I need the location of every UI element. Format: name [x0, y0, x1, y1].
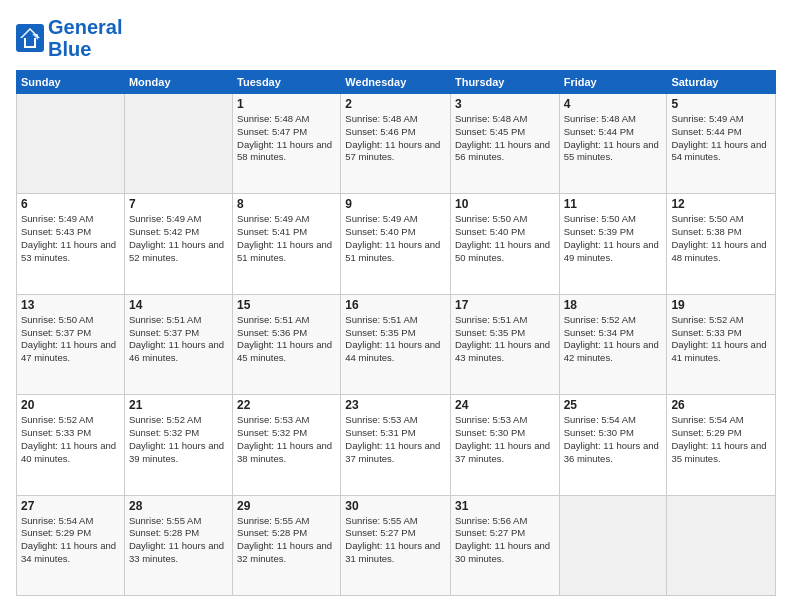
day-number: 29 — [237, 499, 336, 513]
calendar-cell: 15Sunrise: 5:51 AM Sunset: 5:36 PM Dayli… — [233, 294, 341, 394]
day-info: Sunrise: 5:52 AM Sunset: 5:34 PM Dayligh… — [564, 314, 663, 365]
day-number: 30 — [345, 499, 446, 513]
day-number: 19 — [671, 298, 771, 312]
calendar-cell: 19Sunrise: 5:52 AM Sunset: 5:33 PM Dayli… — [667, 294, 776, 394]
week-row: 6Sunrise: 5:49 AM Sunset: 5:43 PM Daylig… — [17, 194, 776, 294]
day-number: 25 — [564, 398, 663, 412]
day-number: 21 — [129, 398, 228, 412]
calendar-cell: 29Sunrise: 5:55 AM Sunset: 5:28 PM Dayli… — [233, 495, 341, 595]
calendar-cell: 16Sunrise: 5:51 AM Sunset: 5:35 PM Dayli… — [341, 294, 451, 394]
calendar-cell: 22Sunrise: 5:53 AM Sunset: 5:32 PM Dayli… — [233, 395, 341, 495]
day-info: Sunrise: 5:51 AM Sunset: 5:37 PM Dayligh… — [129, 314, 228, 365]
day-number: 13 — [21, 298, 120, 312]
calendar-cell: 1Sunrise: 5:48 AM Sunset: 5:47 PM Daylig… — [233, 94, 341, 194]
day-number: 9 — [345, 197, 446, 211]
calendar-cell — [559, 495, 667, 595]
calendar-cell: 31Sunrise: 5:56 AM Sunset: 5:27 PM Dayli… — [450, 495, 559, 595]
calendar-cell: 18Sunrise: 5:52 AM Sunset: 5:34 PM Dayli… — [559, 294, 667, 394]
calendar-cell: 11Sunrise: 5:50 AM Sunset: 5:39 PM Dayli… — [559, 194, 667, 294]
calendar-cell: 9Sunrise: 5:49 AM Sunset: 5:40 PM Daylig… — [341, 194, 451, 294]
calendar-cell: 26Sunrise: 5:54 AM Sunset: 5:29 PM Dayli… — [667, 395, 776, 495]
calendar-cell — [17, 94, 125, 194]
day-number: 10 — [455, 197, 555, 211]
day-info: Sunrise: 5:56 AM Sunset: 5:27 PM Dayligh… — [455, 515, 555, 566]
calendar-cell: 12Sunrise: 5:50 AM Sunset: 5:38 PM Dayli… — [667, 194, 776, 294]
week-row: 20Sunrise: 5:52 AM Sunset: 5:33 PM Dayli… — [17, 395, 776, 495]
day-info: Sunrise: 5:51 AM Sunset: 5:35 PM Dayligh… — [345, 314, 446, 365]
calendar-cell: 7Sunrise: 5:49 AM Sunset: 5:42 PM Daylig… — [124, 194, 232, 294]
weekday-header-monday: Monday — [124, 71, 232, 94]
day-number: 8 — [237, 197, 336, 211]
day-number: 12 — [671, 197, 771, 211]
calendar-page: General Blue SundayMondayTuesdayWednesda… — [0, 0, 792, 612]
calendar-cell: 5Sunrise: 5:49 AM Sunset: 5:44 PM Daylig… — [667, 94, 776, 194]
day-info: Sunrise: 5:51 AM Sunset: 5:36 PM Dayligh… — [237, 314, 336, 365]
calendar-cell: 10Sunrise: 5:50 AM Sunset: 5:40 PM Dayli… — [450, 194, 559, 294]
day-number: 1 — [237, 97, 336, 111]
calendar-table: SundayMondayTuesdayWednesdayThursdayFrid… — [16, 70, 776, 596]
day-number: 5 — [671, 97, 771, 111]
day-number: 23 — [345, 398, 446, 412]
day-info: Sunrise: 5:54 AM Sunset: 5:29 PM Dayligh… — [21, 515, 120, 566]
calendar-cell: 8Sunrise: 5:49 AM Sunset: 5:41 PM Daylig… — [233, 194, 341, 294]
day-number: 17 — [455, 298, 555, 312]
calendar-cell: 28Sunrise: 5:55 AM Sunset: 5:28 PM Dayli… — [124, 495, 232, 595]
day-number: 16 — [345, 298, 446, 312]
day-info: Sunrise: 5:52 AM Sunset: 5:32 PM Dayligh… — [129, 414, 228, 465]
day-info: Sunrise: 5:52 AM Sunset: 5:33 PM Dayligh… — [21, 414, 120, 465]
weekday-header-sunday: Sunday — [17, 71, 125, 94]
calendar-cell — [124, 94, 232, 194]
weekday-header-friday: Friday — [559, 71, 667, 94]
day-number: 4 — [564, 97, 663, 111]
calendar-cell: 21Sunrise: 5:52 AM Sunset: 5:32 PM Dayli… — [124, 395, 232, 495]
day-number: 28 — [129, 499, 228, 513]
day-info: Sunrise: 5:49 AM Sunset: 5:42 PM Dayligh… — [129, 213, 228, 264]
weekday-header-saturday: Saturday — [667, 71, 776, 94]
calendar-cell: 24Sunrise: 5:53 AM Sunset: 5:30 PM Dayli… — [450, 395, 559, 495]
day-info: Sunrise: 5:49 AM Sunset: 5:41 PM Dayligh… — [237, 213, 336, 264]
day-info: Sunrise: 5:54 AM Sunset: 5:30 PM Dayligh… — [564, 414, 663, 465]
day-number: 22 — [237, 398, 336, 412]
weekday-header-tuesday: Tuesday — [233, 71, 341, 94]
day-info: Sunrise: 5:50 AM Sunset: 5:40 PM Dayligh… — [455, 213, 555, 264]
day-info: Sunrise: 5:53 AM Sunset: 5:30 PM Dayligh… — [455, 414, 555, 465]
calendar-cell: 2Sunrise: 5:48 AM Sunset: 5:46 PM Daylig… — [341, 94, 451, 194]
day-number: 18 — [564, 298, 663, 312]
logo: General Blue — [16, 16, 122, 60]
calendar-cell: 27Sunrise: 5:54 AM Sunset: 5:29 PM Dayli… — [17, 495, 125, 595]
day-number: 7 — [129, 197, 228, 211]
calendar-cell: 13Sunrise: 5:50 AM Sunset: 5:37 PM Dayli… — [17, 294, 125, 394]
day-info: Sunrise: 5:49 AM Sunset: 5:43 PM Dayligh… — [21, 213, 120, 264]
calendar-cell: 23Sunrise: 5:53 AM Sunset: 5:31 PM Dayli… — [341, 395, 451, 495]
day-info: Sunrise: 5:48 AM Sunset: 5:45 PM Dayligh… — [455, 113, 555, 164]
day-info: Sunrise: 5:48 AM Sunset: 5:46 PM Dayligh… — [345, 113, 446, 164]
day-number: 11 — [564, 197, 663, 211]
week-row: 13Sunrise: 5:50 AM Sunset: 5:37 PM Dayli… — [17, 294, 776, 394]
weekday-header-thursday: Thursday — [450, 71, 559, 94]
day-number: 20 — [21, 398, 120, 412]
day-info: Sunrise: 5:53 AM Sunset: 5:32 PM Dayligh… — [237, 414, 336, 465]
calendar-cell: 3Sunrise: 5:48 AM Sunset: 5:45 PM Daylig… — [450, 94, 559, 194]
day-number: 27 — [21, 499, 120, 513]
calendar-cell: 14Sunrise: 5:51 AM Sunset: 5:37 PM Dayli… — [124, 294, 232, 394]
weekday-header-row: SundayMondayTuesdayWednesdayThursdayFrid… — [17, 71, 776, 94]
day-info: Sunrise: 5:51 AM Sunset: 5:35 PM Dayligh… — [455, 314, 555, 365]
day-number: 14 — [129, 298, 228, 312]
calendar-cell: 30Sunrise: 5:55 AM Sunset: 5:27 PM Dayli… — [341, 495, 451, 595]
day-number: 6 — [21, 197, 120, 211]
day-info: Sunrise: 5:50 AM Sunset: 5:39 PM Dayligh… — [564, 213, 663, 264]
day-info: Sunrise: 5:50 AM Sunset: 5:38 PM Dayligh… — [671, 213, 771, 264]
day-number: 31 — [455, 499, 555, 513]
day-info: Sunrise: 5:55 AM Sunset: 5:27 PM Dayligh… — [345, 515, 446, 566]
logo-icon — [16, 24, 44, 52]
calendar-cell: 17Sunrise: 5:51 AM Sunset: 5:35 PM Dayli… — [450, 294, 559, 394]
logo-text: General Blue — [48, 16, 122, 60]
day-number: 2 — [345, 97, 446, 111]
day-info: Sunrise: 5:49 AM Sunset: 5:44 PM Dayligh… — [671, 113, 771, 164]
day-info: Sunrise: 5:53 AM Sunset: 5:31 PM Dayligh… — [345, 414, 446, 465]
weekday-header-wednesday: Wednesday — [341, 71, 451, 94]
day-info: Sunrise: 5:48 AM Sunset: 5:44 PM Dayligh… — [564, 113, 663, 164]
calendar-cell: 6Sunrise: 5:49 AM Sunset: 5:43 PM Daylig… — [17, 194, 125, 294]
day-info: Sunrise: 5:48 AM Sunset: 5:47 PM Dayligh… — [237, 113, 336, 164]
week-row: 27Sunrise: 5:54 AM Sunset: 5:29 PM Dayli… — [17, 495, 776, 595]
